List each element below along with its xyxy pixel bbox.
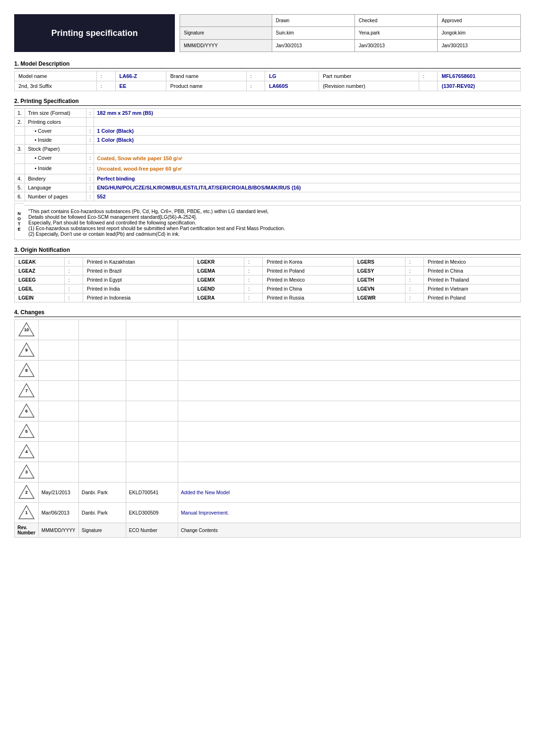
spec-value-stock <box>94 145 521 154</box>
change-content-10 <box>178 320 520 340</box>
origin-lgeth-country: Printed in Thailand <box>424 275 521 284</box>
spec-num-cover2 <box>15 154 25 164</box>
spec-num-inside1 <box>15 136 25 145</box>
origin-lgevn-country: Printed in Vietnam <box>424 284 521 293</box>
spec-label-colors: Printing colors <box>25 118 86 127</box>
changes-footer-date: MMM/DD/YYYY <box>38 523 78 538</box>
spec-colon-cover1: : <box>86 127 94 136</box>
spec-value-inside2: Uncoated, wood-free paper 60 g/㎡ <box>94 164 521 174</box>
change-sig-2: Danbi. Park <box>78 482 126 503</box>
table-row: LGEIL : Printed in India LGEND : Printed… <box>15 284 521 293</box>
approval-approved-date: Jan/30/2013 <box>438 39 521 52</box>
change-content-7 <box>178 381 520 401</box>
change-row-10: 10 <box>15 320 521 340</box>
origin-lgeaz-country: Printed in Brazil <box>83 266 193 275</box>
section-model-description: 1. Model Description Model name : LA66-Z… <box>14 60 521 91</box>
changes-footer-row: Rev. Number MMM/DD/YYYY Signature ECO Nu… <box>15 523 521 538</box>
origin-lgers-code: LGERS <box>353 258 405 266</box>
model-name-value: LA66-Z <box>115 71 166 81</box>
change-date-4 <box>38 442 78 462</box>
origin-lgera-sep: : <box>244 293 263 302</box>
change-date-8 <box>38 361 78 381</box>
table-row: • Cover : Coated, Snow white paper 150 g… <box>15 154 521 164</box>
rev-num-10: 10 <box>24 327 29 332</box>
spec-value-cover1: 1 Color (Black) <box>94 127 521 136</box>
origin-lgera-country: Printed in Russia <box>263 293 353 302</box>
change-content-8 <box>178 361 520 381</box>
origin-lgesy-code: LGESY <box>353 266 405 275</box>
spec-value-pages: 552 <box>94 192 521 201</box>
note-line-5: (2) Especially, Don't use or contain lea… <box>28 231 516 237</box>
origin-lgesy-country: Printed in China <box>424 266 521 275</box>
spec-num-4: 4. <box>15 174 25 183</box>
change-eco-6 <box>126 401 178 421</box>
table-row: • Cover : 1 Color (Black) <box>15 127 521 136</box>
change-sig-4 <box>78 442 126 462</box>
brand-name-colon: : <box>246 71 265 81</box>
rev-num-2: 2 <box>25 490 27 495</box>
section-changes: 4. Changes 10 <box>14 309 521 538</box>
suffix-colon: : <box>96 81 115 91</box>
brand-name-label: Brand name <box>166 71 246 81</box>
note-line-1: "This part contains Eco-hazardous substa… <box>28 208 516 214</box>
change-eco-4 <box>126 442 178 462</box>
spec-label-bindery: Bindery <box>25 174 86 183</box>
change-row-4: 4 <box>15 442 521 462</box>
table-row: 2nd, 3rd Suffix : EE Product name : LA66… <box>15 81 521 91</box>
spec-num-1: 1. <box>15 109 25 118</box>
spec-label-cover2: • Cover <box>25 154 86 164</box>
spec-value-colors <box>94 118 521 127</box>
change-content-9 <box>178 340 520 361</box>
spec-num-cover1 <box>15 127 25 136</box>
rev-cell-9: 9 <box>15 340 39 361</box>
approval-sig-label: Signature <box>180 27 272 39</box>
change-sig-5 <box>78 421 126 442</box>
spec-value-language: ENG/HUN/POL/CZE/SLK/ROM/BUL/EST/LIT/LAT/… <box>94 183 521 192</box>
product-name-value: LA660S <box>265 81 319 91</box>
change-content-2: Added the New Model <box>178 482 520 503</box>
change-date-6 <box>38 401 78 421</box>
change-content-4 <box>178 442 520 462</box>
change-eco-8 <box>126 361 178 381</box>
origin-lgema-code: LGEMA <box>193 266 244 275</box>
change-date-2: May/21/2013 <box>38 482 78 503</box>
rev-cell-4: 4 <box>15 442 39 462</box>
rev-cell-2: 2 <box>15 482 39 503</box>
rev-cell-10: 10 <box>15 320 39 340</box>
table-row: Model name : LA66-Z Brand name : LG Part… <box>15 71 521 81</box>
origin-table: LGEAK : Printed in Kazakhstan LGEKR : Pr… <box>14 257 521 302</box>
table-row: 5. Language : ENG/HUN/POL/CZE/SLK/ROM/BU… <box>15 183 521 192</box>
spec-label-inside1: • Inside <box>25 136 86 145</box>
origin-lgeil-country: Printed in India <box>83 284 193 293</box>
note-wrapper: NOTE "This part contains Eco-hazardous s… <box>14 203 521 240</box>
change-content-6 <box>178 401 520 421</box>
change-row-3: 3 <box>15 462 521 482</box>
change-content-1: Manual Improvement. <box>178 503 520 523</box>
origin-lgemx-country: Printed in Mexico <box>263 275 353 284</box>
note-line-4: (1) Eco-hazardous substances test report… <box>28 225 516 231</box>
rev-num-5: 5 <box>25 429 27 434</box>
approval-checked-sig: Yena.park <box>355 27 438 39</box>
approval-drawn-header: Drawn <box>272 15 354 27</box>
rev-cell-6: 6 <box>15 401 39 421</box>
change-sig-7 <box>78 381 126 401</box>
origin-lgein-country: Printed in Indonesia <box>83 293 193 302</box>
changes-footer-rev: Rev. Number <box>15 523 39 538</box>
change-row-5: 5 <box>15 421 521 442</box>
origin-lgers-country: Printed in Mexico <box>424 258 521 266</box>
spec-num-3: 3. <box>15 145 25 154</box>
product-name-label: Product name <box>166 81 246 91</box>
change-date-10 <box>38 320 78 340</box>
approval-date-label: MMM/DD/YYYY <box>180 39 272 52</box>
change-sig-6 <box>78 401 126 421</box>
change-date-9 <box>38 340 78 361</box>
section-printing-spec: 2. Printing Specification 1. Trim size (… <box>14 98 521 240</box>
spec-label-language: Language <box>25 183 86 192</box>
changes-footer-change: Change Contents <box>178 523 520 538</box>
spec-num-2: 2. <box>15 118 25 127</box>
origin-lgeaz-code: LGEAZ <box>15 266 65 275</box>
spec-colon-cover2: : <box>86 154 94 164</box>
rev-num-6: 6 <box>25 409 27 413</box>
section3-title: 3. Origin Notification <box>14 247 521 255</box>
change-content-5 <box>178 421 520 442</box>
